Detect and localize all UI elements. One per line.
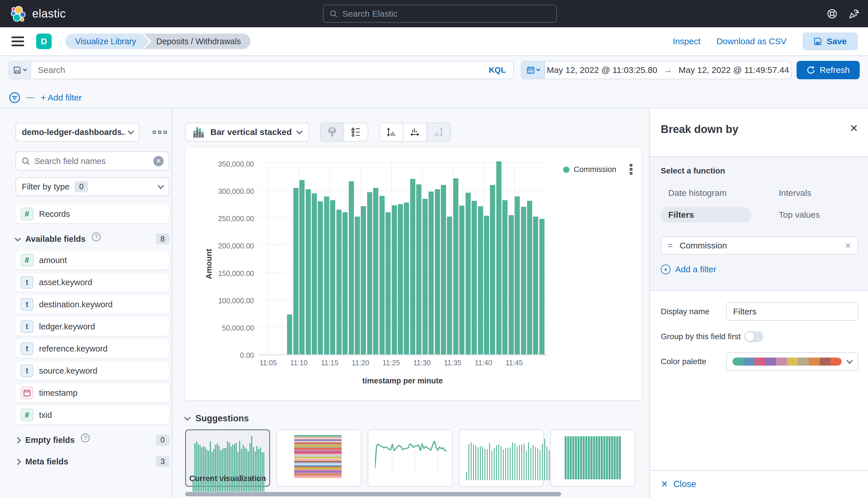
field-item-asset.keyword[interactable]: tasset.keyword (15, 273, 169, 291)
filter-by-type-dropdown[interactable]: Filter by type 0 (15, 177, 169, 196)
bar-11:47[interactable] (527, 201, 532, 354)
menu-icon[interactable] (12, 37, 24, 46)
bar-11:31[interactable] (429, 192, 434, 354)
data-view-selector[interactable]: demo-ledger-dashboards... (15, 123, 139, 142)
data-view-options-icon[interactable] (153, 131, 167, 134)
date-quick-menu-button[interactable] (521, 62, 545, 79)
field-item-destination.keyword[interactable]: tdestination.keyword (15, 295, 169, 314)
legend-item-commission[interactable]: Commission (563, 165, 616, 174)
bar-11:28[interactable] (410, 179, 415, 354)
bar-11:25[interactable] (392, 205, 397, 354)
bar-11:30[interactable] (422, 199, 428, 354)
bar-11:49[interactable] (539, 219, 544, 354)
bar-11:42[interactable] (496, 161, 501, 354)
function-top-values[interactable]: Top values (771, 207, 827, 223)
bar-11:46[interactable] (521, 207, 526, 354)
bar-11:17[interactable] (342, 212, 348, 354)
clear-search-icon[interactable]: ✕ (153, 156, 164, 166)
field-group-meta-fields[interactable]: Meta fields3 (15, 456, 169, 467)
bar-11:23[interactable] (379, 196, 385, 354)
legend-actions-icon[interactable] (630, 164, 632, 175)
bar-11:20[interactable] (361, 206, 366, 354)
bar-11:38[interactable] (472, 201, 477, 354)
remove-filter-icon[interactable]: ✕ (845, 241, 851, 250)
bar-11:22[interactable] (373, 188, 378, 354)
field-item-reference.keyword[interactable]: treference.keyword (15, 339, 169, 358)
kql-language-button[interactable]: KQL (482, 62, 513, 79)
bar-11:13[interactable] (318, 201, 323, 354)
display-name-input[interactable] (726, 302, 858, 321)
function-date-histogram[interactable]: Date histogram (661, 185, 734, 201)
chart-type-selector[interactable]: Bar vertical stacked (185, 123, 309, 142)
elastic-brand[interactable]: elastic (11, 5, 66, 22)
bar-11:32[interactable] (435, 189, 440, 354)
bar-11:43[interactable] (502, 200, 507, 354)
suggestion-full-bars[interactable] (550, 429, 635, 487)
left-axis-button[interactable] (380, 123, 403, 141)
field-group-empty-fields[interactable]: Empty fields?0 (15, 434, 169, 446)
bar-11:10[interactable] (299, 180, 304, 354)
add-filter-button[interactable]: + Add filter (41, 93, 82, 103)
group-by-toggle[interactable] (744, 331, 763, 342)
suggestion-stacked-percentage[interactable] (276, 429, 361, 487)
suggestion-line[interactable] (368, 429, 453, 487)
field-item-ledger.keyword[interactable]: tledger.keyword (15, 317, 169, 336)
suggestions-scrollbar[interactable] (185, 492, 561, 496)
bar-11:19[interactable] (355, 217, 360, 354)
legend-options-button[interactable] (344, 123, 368, 141)
color-palette-dropdown[interactable] (726, 352, 858, 371)
bar-11:45[interactable] (515, 196, 520, 354)
field-item-amount[interactable]: #amount (15, 251, 169, 270)
bar-11:09[interactable] (293, 188, 299, 354)
visual-options-button[interactable] (321, 123, 344, 141)
close-panel-button[interactable]: ✕ Close (661, 479, 696, 489)
field-item-source.keyword[interactable]: tsource.keyword (15, 362, 169, 380)
bar-11:48[interactable] (533, 217, 538, 354)
bar-11:39[interactable] (478, 206, 483, 354)
bar-11:24[interactable] (385, 212, 391, 354)
suggestion-current[interactable]: Current visualization (185, 429, 270, 487)
bar-11:11[interactable] (306, 189, 311, 354)
kql-query-input[interactable] (38, 65, 474, 75)
add-a-filter-button[interactable]: + Add a filter (661, 264, 716, 274)
bar-11:21[interactable] (367, 192, 372, 354)
filter-icon[interactable] (9, 92, 21, 104)
date-end[interactable]: May 12, 2022 @ 11:49:57.44 (679, 65, 789, 75)
bar-11:18[interactable] (349, 181, 354, 354)
bottom-axis-button[interactable] (403, 123, 427, 141)
refresh-button[interactable]: Refresh (797, 61, 860, 79)
field-search-input[interactable] (35, 157, 149, 166)
space-avatar[interactable]: D (36, 34, 52, 49)
bar-11:35[interactable] (453, 178, 458, 354)
bar-11:15[interactable] (330, 200, 335, 354)
function-intervals[interactable]: Intervals (771, 185, 819, 201)
field-item-txid[interactable]: #txid (15, 406, 169, 424)
bar-11:16[interactable] (336, 210, 342, 354)
records-field[interactable]: # Records (15, 205, 169, 223)
breadcrumb-visualize-library[interactable]: Visualize Library (66, 34, 144, 49)
global-search-input[interactable] (342, 9, 551, 19)
bar-11:34[interactable] (447, 217, 452, 354)
bar-11:27[interactable] (404, 202, 409, 354)
saved-query-menu-button[interactable] (9, 62, 31, 79)
bar-11:37[interactable] (465, 193, 471, 354)
bar-11:44[interactable] (508, 215, 514, 354)
suggestions-toggle[interactable]: Suggestions (185, 413, 641, 424)
bar-11:08[interactable] (287, 314, 292, 354)
suggestion-thin-bars[interactable] (459, 429, 544, 487)
chart-plot-area[interactable] (258, 164, 547, 355)
download-csv-button[interactable]: Download as CSV (717, 37, 786, 46)
field-group-available-fields[interactable]: Available fields?8 (15, 234, 169, 245)
bar-11:26[interactable] (398, 204, 403, 354)
close-panel-icon[interactable]: ✕ (850, 123, 858, 133)
bar-11:14[interactable] (324, 196, 329, 354)
filter-pill-commission[interactable]: = Commission ✕ (661, 236, 858, 255)
bar-11:12[interactable] (312, 193, 317, 354)
bar-11:33[interactable] (441, 185, 446, 354)
bar-11:36[interactable] (459, 206, 464, 354)
function-filters[interactable]: Filters (661, 207, 751, 223)
save-button[interactable]: Save (802, 32, 858, 50)
bar-11:29[interactable] (416, 184, 421, 354)
field-item-timestamp[interactable]: timestamp (15, 384, 169, 402)
date-start[interactable]: May 12, 2022 @ 11:03:25.80 (547, 65, 657, 75)
